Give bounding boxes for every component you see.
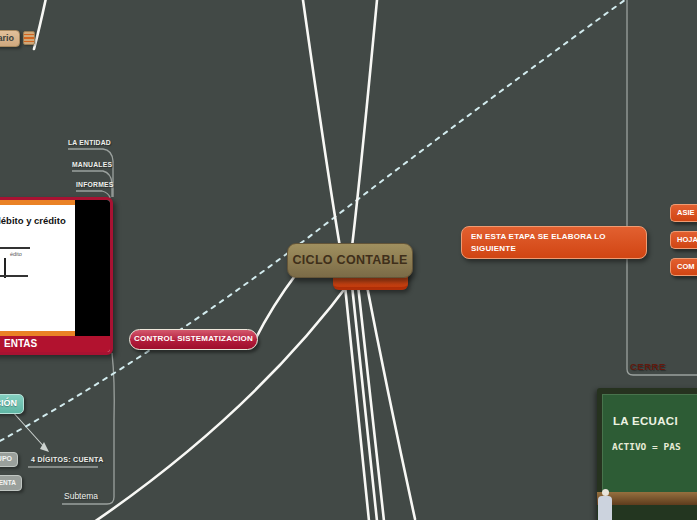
- mindmap-canvas[interactable]: ario LA ENTIDAD MANUALES INFORMES débito…: [0, 0, 697, 520]
- codificacion-node[interactable]: CIÓN: [0, 394, 24, 414]
- teacher-figure-icon: [602, 489, 609, 496]
- chalkboard-base: [597, 505, 697, 520]
- etapa-note-node[interactable]: EN ESTA ETAPA SE ELABORA LO SIGUIENTE: [461, 226, 647, 259]
- t-account-label: édito: [10, 251, 22, 257]
- plan-cuentas-node[interactable]: débito y crédito édito ENTAS: [0, 197, 113, 355]
- notes-icon[interactable]: [23, 31, 35, 45]
- t-account-line: [0, 247, 30, 249]
- image-strip-top: [0, 200, 75, 205]
- t-account-line2: [0, 275, 28, 277]
- image-title: débito y crédito: [0, 215, 66, 226]
- cuenta-node[interactable]: CUENTA: [0, 475, 22, 491]
- topic-la-entidad[interactable]: LA ENTIDAD: [68, 139, 111, 146]
- ecuacion-chalkboard-image[interactable]: LA ECUACI ACTIVO = PAS: [597, 388, 697, 520]
- chalkboard-ledge: [597, 492, 697, 505]
- image-black-column: [75, 200, 110, 338]
- diario-node[interactable]: ario: [0, 30, 20, 47]
- central-topic-ciclo-contable[interactable]: CICLO CONTABLE: [287, 243, 413, 278]
- chalkboard-title: LA ECUACI: [613, 415, 678, 427]
- topic-subtema[interactable]: Subtema: [64, 491, 98, 501]
- topic-cierre[interactable]: CERRE: [630, 361, 666, 372]
- chalkboard-equation: ACTIVO = PAS: [612, 441, 681, 452]
- comprobantes-node[interactable]: COM: [670, 258, 697, 276]
- teacher-figure-body: [598, 496, 612, 520]
- topic-4-digitos-cuenta[interactable]: 4 DÍGITOS: CUENTA: [31, 456, 104, 463]
- topic-informes[interactable]: INFORMES: [76, 181, 113, 188]
- grupo-node[interactable]: RUPO: [0, 452, 18, 467]
- control-sistematizacion-node[interactable]: CONTROL SISTEMATIZACION: [129, 329, 258, 350]
- hoja-node[interactable]: HOJA: [670, 231, 697, 249]
- topic-manuales[interactable]: MANUALES: [72, 161, 112, 168]
- asientos-node[interactable]: ASIE: [670, 204, 697, 222]
- plan-cuentas-title-bar: ENTAS: [0, 336, 110, 352]
